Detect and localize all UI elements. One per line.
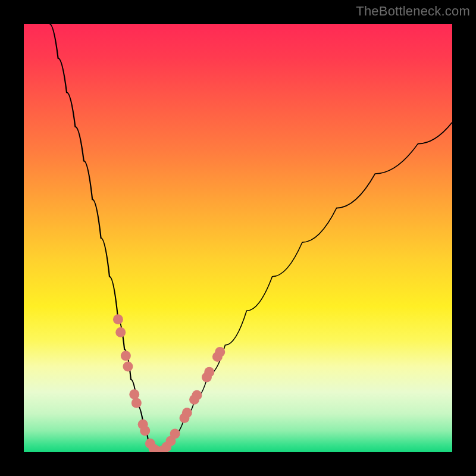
- data-dot: [131, 398, 142, 408]
- curve-right-branch: [159, 123, 452, 452]
- data-dot: [115, 327, 126, 337]
- data-dot: [182, 408, 192, 418]
- data-dot: [215, 347, 225, 357]
- data-dot: [192, 390, 202, 400]
- watermark-text: TheBottleneck.com: [356, 4, 470, 19]
- plot-area: [24, 24, 452, 452]
- data-dot: [170, 429, 180, 439]
- data-dot: [204, 367, 214, 377]
- outer-black-frame: TheBottleneck.com: [0, 0, 476, 476]
- data-dot: [123, 362, 133, 372]
- curve-left-branch: [49, 24, 159, 452]
- data-dot: [121, 351, 131, 361]
- curve-layer: [24, 24, 452, 452]
- data-dot: [140, 426, 150, 436]
- data-dot: [129, 389, 139, 399]
- data-dot: [113, 314, 123, 324]
